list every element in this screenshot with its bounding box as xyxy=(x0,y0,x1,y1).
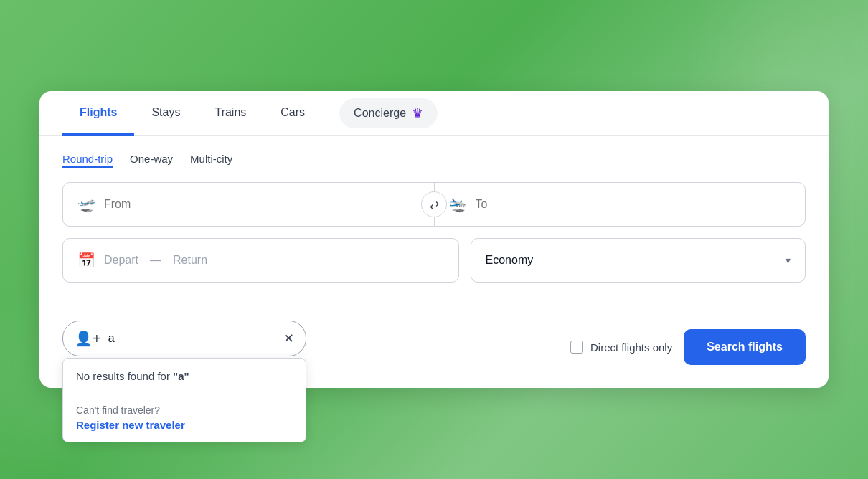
swap-button[interactable]: ⇄ xyxy=(421,191,447,217)
traveler-search-input[interactable] xyxy=(108,332,276,345)
add-person-icon: 👤+ xyxy=(75,330,101,347)
tab-concierge[interactable]: Concierge ♛ xyxy=(339,98,438,128)
traveler-dropdown: No results found for "a" Can't find trav… xyxy=(62,358,306,442)
trip-round-trip[interactable]: Round-trip xyxy=(62,153,113,168)
direct-flights-label: Direct flights only xyxy=(590,341,672,354)
to-field[interactable]: 🛬 xyxy=(435,183,806,226)
options-row: 📅 Depart — Return Economy ▾ xyxy=(62,238,806,283)
no-results-text: No results found for xyxy=(76,370,173,382)
tab-flights[interactable]: Flights xyxy=(62,92,134,136)
dropdown-footer: Can't find traveler? Register new travel… xyxy=(63,394,306,442)
calendar-icon: 📅 xyxy=(77,252,95,269)
class-field[interactable]: Economy ▾ xyxy=(471,238,806,283)
bottom-row: 👤+ ✕ No results found for "a" Can't find… xyxy=(39,321,829,365)
to-input[interactable] xyxy=(476,198,791,211)
traveler-input-box[interactable]: 👤+ ✕ xyxy=(62,321,306,356)
search-content: Round-trip One-way Multi-city 🛫 ⇄ 🛬 📅 xyxy=(39,136,829,283)
cant-find-label: Can't find traveler? xyxy=(76,404,293,416)
class-value: Economy xyxy=(486,254,534,267)
date-field[interactable]: 📅 Depart — Return xyxy=(62,238,459,283)
from-field[interactable]: 🛫 xyxy=(63,183,435,226)
date-range: Depart — Return xyxy=(104,254,444,267)
crown-icon: ♛ xyxy=(412,105,423,121)
origin-destination-row: 🛫 ⇄ 🛬 xyxy=(62,182,806,227)
direct-flights-checkbox[interactable] xyxy=(570,341,583,354)
main-card: Flights Stays Trains Cars Concierge ♛ Ro… xyxy=(39,91,829,388)
section-divider xyxy=(39,303,829,303)
bottom-right-actions: Direct flights only Search flights xyxy=(570,329,806,365)
no-results-message: No results found for "a" xyxy=(63,359,306,394)
tab-cars[interactable]: Cars xyxy=(263,92,322,136)
clear-traveler-button[interactable]: ✕ xyxy=(283,332,294,345)
return-placeholder: Return xyxy=(173,254,207,267)
swap-icon: ⇄ xyxy=(430,198,439,212)
from-input[interactable] xyxy=(104,198,420,211)
depart-placeholder: Depart xyxy=(104,254,138,267)
landing-icon: 🛬 xyxy=(449,196,467,213)
takeoff-icon: 🛫 xyxy=(77,196,95,213)
trip-multi-city[interactable]: Multi-city xyxy=(190,153,232,168)
tab-trains[interactable]: Trains xyxy=(197,92,263,136)
direct-flights-option: Direct flights only xyxy=(570,341,672,354)
no-results-query: "a" xyxy=(173,370,189,382)
search-flights-button[interactable]: Search flights xyxy=(684,329,806,365)
concierge-label: Concierge xyxy=(354,107,406,120)
tab-bar: Flights Stays Trains Cars Concierge ♛ xyxy=(39,91,829,136)
date-dash: — xyxy=(150,254,161,267)
trip-type-selector: Round-trip One-way Multi-city xyxy=(62,153,806,168)
trip-one-way[interactable]: One-way xyxy=(130,153,173,168)
traveler-wrapper: 👤+ ✕ No results found for "a" Can't find… xyxy=(62,321,306,356)
chevron-down-icon: ▾ xyxy=(786,255,791,266)
register-traveler-link[interactable]: Register new traveler xyxy=(76,419,185,431)
tab-stays[interactable]: Stays xyxy=(134,92,197,136)
